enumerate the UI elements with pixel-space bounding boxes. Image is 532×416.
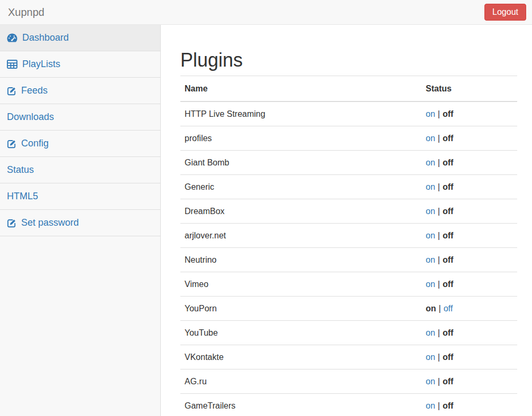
sidebar-item-playlists[interactable]: PlayLists: [0, 51, 160, 78]
status-on-toggle[interactable]: on: [426, 353, 435, 362]
status-on-toggle[interactable]: on: [426, 401, 435, 410]
plugin-name: arjlover.net: [180, 223, 421, 247]
status-on-toggle: on: [426, 304, 436, 313]
edit-icon: [7, 218, 16, 228]
status-on-toggle[interactable]: on: [426, 207, 435, 216]
sidebar-item-html5[interactable]: HTML5: [0, 183, 160, 210]
status-separator: |: [438, 109, 440, 118]
status-on-toggle[interactable]: on: [426, 158, 435, 167]
plugin-name: GameTrailers: [180, 393, 421, 416]
status-off-toggle: off: [443, 401, 453, 410]
plugin-status: on|off: [421, 393, 517, 416]
sidebar-item-downloads[interactable]: Downloads: [0, 104, 160, 131]
plugin-name: VKontakte: [180, 345, 421, 369]
status-off-toggle: off: [443, 377, 453, 386]
status-separator: |: [439, 304, 441, 313]
top-navbar: Xupnpd Logout: [0, 0, 532, 25]
plugin-status: on|off: [421, 296, 517, 320]
status-separator: |: [438, 255, 440, 264]
plugin-status: on|off: [421, 369, 517, 393]
plugin-status: on|off: [421, 272, 517, 296]
status-separator: |: [438, 158, 440, 167]
status-off-toggle: off: [443, 231, 453, 240]
status-separator: |: [438, 353, 440, 362]
logout-button[interactable]: Logout: [484, 4, 526, 21]
table-icon: [7, 60, 17, 69]
status-off-toggle: off: [443, 280, 453, 289]
plugin-name: YouTube: [180, 320, 421, 345]
edit-icon: [7, 139, 16, 149]
status-separator: |: [438, 182, 440, 191]
status-separator: |: [438, 401, 440, 410]
status-separator: |: [438, 207, 440, 216]
sidebar-item-label: Set password: [21, 217, 79, 228]
status-off-toggle: off: [443, 134, 453, 143]
status-on-toggle[interactable]: on: [426, 231, 435, 240]
plugin-name: Generic: [180, 174, 421, 199]
plugin-status: on|off: [421, 150, 517, 174]
sidebar-item-label: Feeds: [21, 85, 48, 96]
status-separator: |: [438, 231, 440, 240]
status-on-toggle[interactable]: on: [426, 182, 435, 191]
plugin-name: Vimeo: [180, 272, 421, 296]
plugin-status: on|off: [421, 199, 517, 223]
status-separator: |: [438, 280, 440, 289]
status-off-toggle: off: [443, 158, 453, 167]
sidebar-item-feeds[interactable]: Feeds: [0, 78, 160, 104]
status-off-toggle: off: [443, 109, 453, 118]
sidebar-item-status[interactable]: Status: [0, 157, 160, 183]
sidebar: Dashboard PlayLists Feeds Downloads Conf…: [0, 25, 161, 416]
plugins-table: Name Status HTTP Live Streaming on|off p…: [180, 76, 517, 416]
status-on-toggle[interactable]: on: [426, 109, 435, 118]
table-row: GameTrailers on|off: [180, 393, 517, 416]
plugin-name: YouPorn: [180, 296, 421, 320]
status-separator: |: [438, 377, 440, 386]
status-off-toggle: off: [443, 353, 453, 362]
plugin-status: on|off: [421, 174, 517, 199]
table-row: arjlover.net on|off: [180, 223, 517, 247]
sidebar-item-label: HTML5: [7, 191, 38, 202]
sidebar-item-label: PlayLists: [22, 59, 60, 70]
plugin-name: Neutrino: [180, 247, 421, 272]
status-off-toggle[interactable]: off: [444, 304, 453, 313]
status-separator: |: [438, 328, 440, 337]
sidebar-item-dashboard[interactable]: Dashboard: [0, 25, 160, 51]
plugin-status: on|off: [421, 126, 517, 150]
edit-icon: [7, 86, 16, 96]
table-row: YouTube on|off: [180, 320, 517, 345]
status-off-toggle: off: [443, 182, 453, 191]
table-row: Generic on|off: [180, 174, 517, 199]
status-off-toggle: off: [443, 207, 453, 216]
sidebar-item-set-password[interactable]: Set password: [0, 210, 160, 236]
status-on-toggle[interactable]: on: [426, 280, 435, 289]
plugin-status: on|off: [421, 101, 517, 126]
status-on-toggle[interactable]: on: [426, 255, 435, 264]
sidebar-item-label: Config: [21, 138, 49, 149]
status-off-toggle: off: [443, 328, 453, 337]
plugin-name: DreamBox: [180, 199, 421, 223]
plugin-status: on|off: [421, 345, 517, 369]
table-row: HTTP Live Streaming on|off: [180, 101, 517, 126]
table-row: AG.ru on|off: [180, 369, 517, 393]
sidebar-item-label: Dashboard: [22, 32, 69, 43]
dashboard-icon: [7, 33, 17, 42]
app-brand: Xupnpd: [8, 0, 44, 25]
status-on-toggle[interactable]: on: [426, 328, 435, 337]
table-row: Giant Bomb on|off: [180, 150, 517, 174]
status-separator: |: [438, 134, 440, 143]
table-header-row: Name Status: [180, 76, 517, 101]
plugin-name: AG.ru: [180, 369, 421, 393]
plugin-status: on|off: [421, 223, 517, 247]
table-row: profiles on|off: [180, 126, 517, 150]
table-row: Neutrino on|off: [180, 247, 517, 272]
sidebar-item-label: Downloads: [7, 112, 54, 123]
status-on-toggle[interactable]: on: [426, 134, 435, 143]
status-on-toggle[interactable]: on: [426, 377, 435, 386]
plugin-name: profiles: [180, 126, 421, 150]
sidebar-item-config[interactable]: Config: [0, 131, 160, 157]
main-content: Plugins Name Status HTTP Live Streaming …: [161, 25, 532, 416]
column-header-name: Name: [180, 76, 421, 101]
table-row: VKontakte on|off: [180, 345, 517, 369]
page-title: Plugins: [180, 50, 517, 71]
status-off-toggle: off: [443, 255, 453, 264]
